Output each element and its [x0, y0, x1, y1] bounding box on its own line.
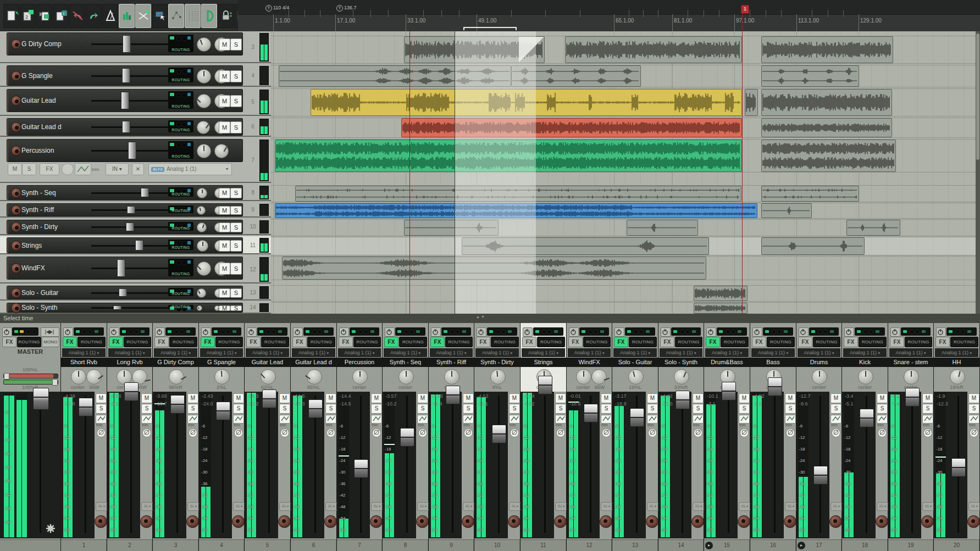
pan-knob[interactable] [904, 369, 919, 385]
mixer-strip-drum-bass[interactable]: FXROUTINGAnalog 1 (1) ▾Drum&Basscenter-6… [704, 323, 750, 551]
routing-button[interactable]: ROUTING [629, 337, 657, 347]
mute-button[interactable]: M [509, 393, 520, 403]
solo-button[interactable]: S [230, 95, 242, 107]
fx-button[interactable]: FX [568, 337, 583, 347]
monitor-in-button[interactable]: IN ▾ [279, 502, 291, 511]
pan-knob[interactable] [628, 369, 644, 385]
pan-knob[interactable] [490, 369, 506, 385]
mute-button[interactable]: M [647, 393, 658, 403]
record-arm-button[interactable] [11, 71, 21, 81]
envelope-button[interactable] [555, 415, 566, 424]
routing-button[interactable]: ROUTING [767, 337, 795, 347]
envelope-button[interactable] [279, 415, 290, 424]
mixer-strip-bass[interactable]: FXROUTINGAnalog 1 (1) ▾Basscenter-6-12-1… [750, 323, 796, 551]
routing-button[interactable]: ROUTING [77, 337, 106, 347]
envelope-button[interactable] [233, 415, 244, 424]
record-arm-button[interactable] [11, 288, 21, 298]
solo-button[interactable]: S [463, 404, 474, 414]
phase-button[interactable] [648, 428, 657, 437]
solo-button[interactable]: S [141, 404, 152, 414]
volume-fader[interactable] [124, 382, 139, 401]
track-name[interactable]: G Spangle [21, 72, 53, 80]
monitor-in-button[interactable]: IN ▾ [463, 502, 475, 511]
routing-button[interactable]: ROUTING [168, 205, 193, 213]
volume-fader[interactable] [722, 382, 736, 400]
input-select[interactable]: Analog 1 (1) ▾ [292, 348, 335, 357]
audio-clip-gray[interactable] [694, 303, 748, 314]
phase-button[interactable] [970, 428, 978, 437]
audio-clip-gray[interactable] [761, 65, 859, 87]
power-icon[interactable] [477, 327, 486, 337]
track-volume-fader[interactable] [141, 188, 149, 197]
power-icon[interactable] [523, 327, 533, 337]
track-row-g-dirty-comp[interactable]: G Dirty CompROUTINGMS3 [0, 31, 271, 63]
open-project-icon[interactable]: 2 [20, 4, 36, 28]
width-knob[interactable] [86, 369, 102, 385]
fx-button[interactable]: FX [752, 337, 766, 347]
power-icon[interactable] [293, 327, 303, 337]
volume-fader[interactable] [584, 404, 598, 422]
mixer-strip-synth-seq[interactable]: FXROUTINGAnalog 1 (1) ▾Synth - Seqcenter… [383, 323, 428, 551]
power-icon[interactable] [661, 327, 671, 337]
track-volume-fader[interactable] [113, 305, 121, 310]
loop-region[interactable] [463, 27, 517, 28]
record-arm-button[interactable] [232, 515, 245, 528]
solo-button[interactable]: S [279, 404, 290, 414]
audio-clip-gray[interactable] [761, 36, 893, 63]
mixer-strip-windfx[interactable]: FXROUTINGAnalog 1 (1) ▾WindFXcenter86W-6… [567, 323, 612, 551]
power-icon[interactable] [339, 327, 349, 337]
pan-knob[interactable] [352, 369, 368, 385]
fx-button[interactable]: FX [430, 337, 445, 347]
audio-clip-gray[interactable] [745, 89, 758, 116]
fx-button[interactable]: FX [614, 337, 628, 347]
record-mode-button[interactable]: ✕ [132, 163, 144, 175]
routing-button[interactable]: ROUTING [215, 337, 243, 347]
routing-button[interactable]: ROUTING [491, 337, 519, 347]
record-arm-button[interactable] [11, 122, 21, 132]
volume-fader[interactable] [630, 408, 644, 427]
scrollbar-thumb[interactable] [976, 34, 979, 160]
pan-knob[interactable] [197, 206, 206, 215]
solo-button[interactable]: S [968, 404, 979, 414]
phase-button[interactable] [418, 428, 427, 437]
phase-button[interactable] [556, 428, 565, 437]
mixer-strip-percussion[interactable]: FXROUTINGAnalog 1 (1) ▾Percussioncenter-… [337, 323, 382, 551]
phase-button[interactable] [372, 428, 381, 437]
routing-button[interactable]: ROUTING [950, 337, 978, 347]
audio-clip-gray[interactable] [761, 186, 859, 202]
solo-button[interactable]: S [785, 404, 796, 414]
envelope-button[interactable] [371, 415, 382, 424]
track-name[interactable]: WindFX [21, 264, 45, 272]
envelope-button[interactable] [739, 415, 750, 424]
power-icon[interactable] [63, 327, 73, 337]
routing-button[interactable]: ROUTING [168, 141, 193, 159]
phase-button[interactable] [234, 428, 243, 437]
phase-button[interactable] [464, 428, 473, 437]
solo-button[interactable]: S [830, 404, 841, 414]
pan-knob[interactable] [444, 369, 459, 385]
mixer-strip-guitar-lead-d[interactable]: FXROUTINGAnalog 1 (1) ▾Guitar Lead d85%L… [291, 323, 336, 551]
phase-button[interactable] [280, 428, 289, 437]
audio-clip-gray[interactable] [761, 118, 892, 137]
envelope-button[interactable] [463, 415, 474, 424]
record-arm-button[interactable] [416, 515, 429, 528]
tempo-marker[interactable]: T110 4/4 [265, 5, 289, 13]
mute-button[interactable]: M [922, 393, 933, 403]
pan-knob[interactable] [950, 369, 965, 385]
routing-button[interactable]: ROUTING [168, 259, 193, 276]
solo-button[interactable]: S [230, 240, 242, 252]
monitor-in-button[interactable]: IN ▾ [141, 502, 153, 511]
mixer-strip-guitar-lead[interactable]: FXROUTINGAnalog 1 (1) ▾Guitar Lead62%L-6… [245, 323, 290, 551]
input-select[interactable]: Analog 1 (1) ▾ [62, 348, 106, 357]
mixer-strip-kick[interactable]: FXROUTINGAnalog 1 (1) ▾Kickcenter-6-12-1… [842, 323, 888, 551]
record-arm-button[interactable] [829, 515, 842, 528]
pan-knob[interactable] [674, 369, 689, 385]
mute-button[interactable]: M [325, 393, 336, 403]
routing-button[interactable]: ROUTING [307, 337, 335, 347]
mute-button[interactable]: M [219, 38, 230, 51]
monitor-in-button[interactable]: IN ▾ [371, 502, 383, 511]
envelope-button[interactable] [187, 415, 198, 424]
input-select[interactable]: Analog 1 (1) ▾ [613, 348, 657, 357]
envelope-button[interactable] [325, 415, 336, 424]
mute-button[interactable]: M [785, 393, 796, 403]
